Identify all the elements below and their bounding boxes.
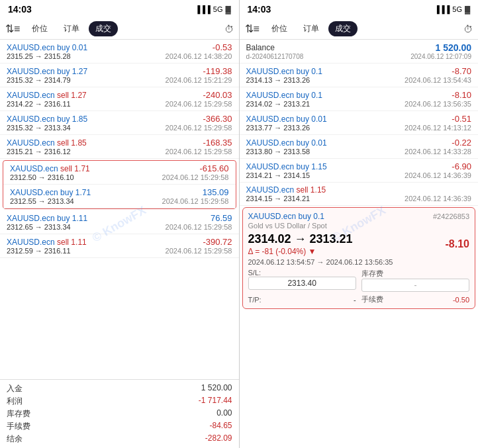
trade-symbol: XAUUSD.ecn buy 1.11	[7, 214, 87, 223]
trade-item[interactable]: XAUUSD.ecn sell 1.27 -240.03 2314.22 → 2…	[0, 87, 239, 111]
trade-item[interactable]: XAUUSD.ecn buy 1.11 76.59 2312.65 → 2313…	[0, 210, 239, 234]
network-label: 5G	[213, 5, 223, 13]
trade-symbol: XAUUSD.ecn buy 0.01	[246, 138, 327, 148]
detail-fields: S/L: 2313.40 库存费 -	[248, 269, 470, 292]
trade-item[interactable]: XAUUSD.ecn buy 0.1 -8.10 2314.02 → 2313.…	[240, 87, 479, 111]
left-sort-icon[interactable]: ⇅≡	[5, 22, 20, 35]
left-tab-bar: ⇅≡ 价位 订单 成交 ⏱	[0, 19, 239, 40]
trade-item[interactable]: XAUUSD.ecn buy 1.15 -6.90 2314.21 → 2314…	[240, 159, 479, 183]
trade-profit: -119.38	[203, 66, 232, 76]
detail-storage-field: 库存费 -	[361, 269, 469, 292]
trade-time: 2024.06.12 15:21:29	[166, 76, 232, 84]
summary-row-commission: 手续费 -84.65	[7, 420, 232, 433]
detail-popup[interactable]: XAUUSD.ecn buy 0.1 #24226853 Gold vs US …	[242, 207, 476, 309]
trade-symbol: XAUUSD.ecn buy 0.01	[7, 43, 87, 52]
left-status-icons: ▐▐▐ 5G ▓	[195, 5, 230, 13]
trade-symbol: XAUUSD.ecn sell 1.27	[7, 91, 87, 100]
trade-item[interactable]: XAUUSD.ecn buy 1.27 -119.38 2315.32 → 23…	[0, 64, 239, 87]
trade-time: 2024.06.12 15:29:58	[166, 247, 232, 255]
detail-fields-row2: T/P: - 手续费 -0.50	[248, 294, 470, 304]
detail-order-num: #24226853	[433, 212, 469, 220]
left-time: 14:03	[8, 4, 32, 15]
trade-profit: -168.35	[203, 138, 232, 148]
trade-time: 2024.06.12 14:36:39	[405, 195, 471, 202]
trade-symbol: XAUUSD.ecn sell 1.15	[246, 185, 326, 195]
trade-item[interactable]: XAUUSD.ecn sell 1.85 -168.35 2315.21 → 2…	[0, 135, 239, 159]
trade-price: 2315.25 → 2315.28	[7, 52, 71, 60]
detail-profit: -8.10	[446, 238, 469, 250]
trade-item[interactable]: XAUUSD.ecn buy 0.01 -0.22 2313.80 → 2313…	[240, 135, 479, 159]
right-tab-chengjiao[interactable]: 成交	[328, 21, 358, 36]
trade-item[interactable]: XAUUSD.ecn buy 0.01 -0.51 2313.77 → 2313…	[240, 111, 479, 135]
summary-label: 利润	[7, 396, 23, 407]
highlighted-group: XAUUSD.ecn sell 1.71 -615.60 2312.50 → 2…	[3, 160, 236, 209]
left-panel: © KnowFX 14:03 ▐▐▐ 5G ▓ ⇅≡ 价位 订单 成交 ⏱ XA…	[0, 0, 240, 448]
right-tab-jiwei[interactable]: 价位	[265, 21, 294, 36]
trade-time: 2024.06.12 14:36:39	[405, 171, 471, 179]
summary-label: 入金	[7, 383, 23, 394]
trade-symbol: XAUUSD.ecn buy 0.1	[246, 91, 322, 100]
left-clock-icon[interactable]: ⏱	[224, 24, 234, 34]
summary-row-storage: 库存费 0.00	[7, 408, 232, 420]
balance-value: 1 520.00	[436, 42, 472, 53]
detail-tp-field: T/P: -	[248, 294, 356, 304]
trade-item[interactable]: XAUUSD.ecn buy 1.85 -366.30 2315.32 → 23…	[0, 111, 239, 135]
trade-price: 2315.32 → 2314.79	[7, 76, 71, 84]
detail-subtitle: Gold vs US Dollar / Spot	[248, 222, 470, 230]
trade-time: 2024.06.12 13:56:35	[405, 100, 471, 108]
left-tab-dingdan[interactable]: 订单	[57, 21, 86, 36]
balance-id: d-20240612170708	[246, 53, 304, 60]
trade-item[interactable]: XAUUSD.ecn sell 1.11 -390.72 2312.59 → 2…	[0, 234, 239, 258]
right-time: 14:03	[248, 4, 271, 15]
right-tab-dingdan[interactable]: 订单	[297, 21, 326, 36]
detail-price-main: 2314.02 → 2313.21	[248, 232, 353, 246]
balance-item[interactable]: Balance 1 520.00 d-20240612170708 2024.0…	[240, 40, 479, 64]
trade-time: 2024.06.12 15:29:58	[162, 197, 229, 205]
detail-storage-value: -	[361, 279, 469, 292]
trade-time: 2024.06.12 15:29:58	[166, 100, 232, 108]
trade-price: 2313.80 → 2313.58	[246, 148, 311, 156]
summary-value: -84.65	[209, 421, 232, 432]
trade-symbol: XAUUSD.ecn buy 0.01	[246, 114, 327, 124]
trade-time: 2024.06.12 15:29:58	[166, 223, 232, 231]
summary-value: -282.09	[205, 433, 232, 445]
trade-price: 2312.55 → 2313.34	[10, 197, 74, 205]
trade-profit: 76.59	[211, 213, 232, 223]
right-panel: © KnowFX 14:03 ▐▐▐ 5G ▓ ⇅≡ 价位 订单 成交 ⏱ Ba…	[240, 0, 479, 448]
left-tab-jiwei[interactable]: 价位	[25, 21, 54, 36]
right-clock-icon[interactable]: ⏱	[463, 24, 473, 34]
balance-label: Balance	[246, 43, 275, 52]
trade-price: 2312.59 → 2316.11	[7, 247, 71, 255]
trade-price: 2315.32 → 2313.34	[7, 124, 71, 132]
right-status-bar: 14:03 ▐▐▐ 5G ▓	[240, 0, 479, 19]
trade-item[interactable]: XAUUSD.ecn buy 1.71 135.09 2312.55 → 231…	[3, 185, 236, 208]
right-sort-icon[interactable]: ⇅≡	[245, 22, 260, 35]
trade-item[interactable]: XAUUSD.ecn sell 1.15 2314.15 → 2314.21 2…	[240, 183, 479, 206]
trade-price: 2312.65 → 2313.34	[7, 223, 71, 231]
right-tab-bar: ⇅≡ 价位 订单 成交 ⏱	[240, 19, 479, 40]
trade-price: 2314.15 → 2314.21	[246, 195, 311, 202]
detail-commission-label: 手续费	[361, 294, 383, 304]
left-tab-chengjiao[interactable]: 成交	[89, 21, 118, 36]
trade-profit: -0.53	[213, 42, 232, 52]
right-trade-list: Balance 1 520.00 d-20240612170708 2024.0…	[240, 40, 479, 448]
trade-item[interactable]: XAUUSD.ecn buy 0.01 -0.53 2315.25 → 2315…	[0, 40, 239, 64]
detail-tp-label: T/P:	[248, 296, 262, 304]
trade-price: 2314.02 → 2313.21	[246, 100, 311, 108]
trade-price: 2314.13 → 2313.26	[246, 76, 311, 84]
detail-sl-value[interactable]: 2313.40	[248, 277, 356, 290]
detail-sl-label: S/L:	[248, 269, 356, 277]
trade-item[interactable]: XAUUSD.ecn sell 1.71 -615.60 2312.50 → 2…	[3, 161, 236, 185]
trade-profit: -390.72	[203, 237, 232, 247]
left-status-bar: 14:03 ▐▐▐ 5G ▓	[0, 0, 239, 19]
trade-profit: -6.90	[452, 161, 471, 171]
summary-value: -1 717.44	[199, 396, 232, 407]
trade-symbol: XAUUSD.ecn sell 1.85	[7, 138, 87, 148]
trade-time: 2024.06.12 15:29:58	[166, 124, 232, 132]
trade-item[interactable]: XAUUSD.ecn buy 0.1 -8.70 2314.13 → 2313.…	[240, 64, 479, 87]
trade-symbol: XAUUSD.ecn buy 0.1	[246, 67, 322, 76]
trade-symbol: XAUUSD.ecn buy 1.15	[246, 162, 327, 171]
summary-row-profit: 利润 -1 717.44	[7, 395, 232, 408]
trade-profit: -0.22	[452, 138, 471, 148]
trade-price: 2314.21 → 2314.15	[246, 171, 311, 179]
